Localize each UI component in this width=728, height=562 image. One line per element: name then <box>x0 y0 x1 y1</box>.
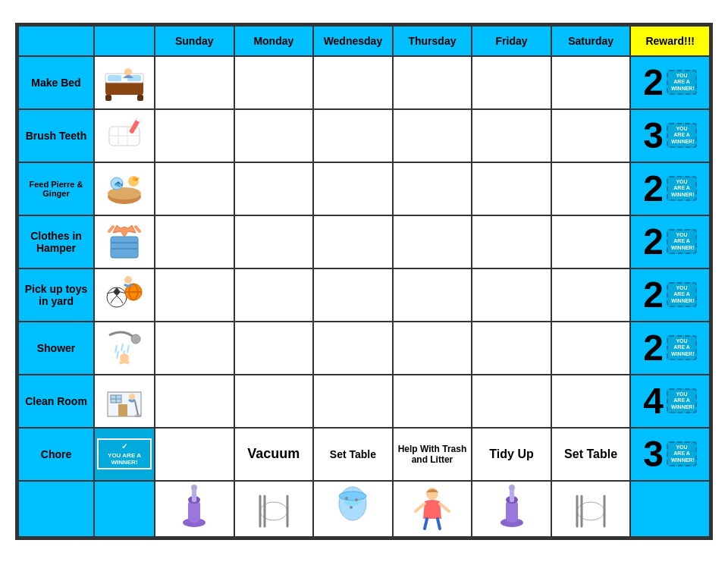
ticket-toys: YOU ARE A WINNER! <box>667 282 697 307</box>
brushteeth-friday[interactable] <box>472 109 551 162</box>
clothes-icon-cell <box>94 215 155 268</box>
svg-line-56 <box>438 519 440 529</box>
makebed-thursday[interactable] <box>393 56 472 109</box>
clothes-thursday[interactable] <box>393 215 472 268</box>
cleanroom-monday[interactable] <box>234 375 314 428</box>
ticket-cleanroom: YOU ARE A WINNER! <box>667 388 697 413</box>
svg-point-50 <box>339 491 366 501</box>
ticket-shower: YOU ARE A WINNER! <box>667 335 697 360</box>
header-saturday: Saturday <box>551 26 631 56</box>
feedpets-icon: 🐟 <box>102 165 147 210</box>
feedpets-saturday[interactable] <box>551 162 631 215</box>
makebed-wednesday[interactable] <box>313 56 393 109</box>
shower-wednesday[interactable] <box>313 322 393 375</box>
svg-line-55 <box>425 519 427 529</box>
shower-thursday[interactable] <box>393 322 472 375</box>
svg-rect-5 <box>137 95 143 101</box>
toys-friday[interactable] <box>472 268 551 322</box>
shower-reward: 2 YOU ARE A WINNER! <box>630 322 710 375</box>
brushteeth-thursday[interactable] <box>393 109 472 162</box>
svg-line-28 <box>127 345 129 353</box>
bottom-settable2-cell <box>551 481 631 537</box>
chore-ticket-cell: ✓ YOU ARE A WINNER! <box>94 428 155 481</box>
toys-icon-cell <box>94 268 155 322</box>
chore-label-chore: Chore <box>18 428 94 481</box>
svg-point-52 <box>355 498 358 501</box>
shower-friday[interactable] <box>472 322 551 375</box>
brushteeth-monday[interactable] <box>234 109 314 162</box>
chore-monday-cell: Vacuum <box>234 428 314 481</box>
toys-thursday[interactable] <box>393 268 472 322</box>
brushteeth-saturday[interactable] <box>551 109 631 162</box>
ticket-makebed: YOU ARE A WINNER! <box>667 70 697 95</box>
feedpets-thursday[interactable] <box>393 162 472 215</box>
header-sunday: Sunday <box>155 26 234 56</box>
svg-rect-2 <box>108 75 121 81</box>
clothes-saturday[interactable] <box>551 215 631 268</box>
bottom-tidyup-cell <box>393 481 472 537</box>
makebed-saturday[interactable] <box>551 56 631 109</box>
bottom-vacuum2-cell <box>472 481 551 537</box>
cleanroom-icon-cell <box>94 375 155 428</box>
ticket-feedpets: YOU ARE A WINNER! <box>667 176 697 201</box>
shower-icon-cell <box>94 322 155 375</box>
makebed-icon <box>102 58 147 104</box>
vacuum2-icon <box>489 485 535 530</box>
chore-sunday-cell <box>155 428 234 481</box>
svg-point-51 <box>345 497 348 500</box>
shower-saturday[interactable] <box>551 322 631 375</box>
toys-sunday[interactable] <box>155 268 234 322</box>
svg-point-53 <box>350 506 353 509</box>
shower-sunday[interactable] <box>155 322 234 375</box>
makebed-icon-cell <box>94 56 155 109</box>
clothes-sunday[interactable] <box>155 215 234 268</box>
clothes-monday[interactable] <box>234 215 314 268</box>
bottom-trash-cell <box>313 481 393 537</box>
makebed-friday[interactable] <box>472 56 551 109</box>
svg-rect-0 <box>105 81 143 95</box>
toys-reward: 2 YOU ARE A WINNER! <box>630 268 710 322</box>
table-row: Pick up toys in yard <box>18 268 710 322</box>
svg-rect-4 <box>105 95 111 101</box>
brushteeth-wednesday[interactable] <box>313 109 393 162</box>
bottom-icon-row <box>18 481 710 537</box>
makebed-monday[interactable] <box>234 56 314 109</box>
header-wednesday: Wednesday <box>313 26 393 56</box>
header-friday: Friday <box>472 26 551 56</box>
cleanroom-reward: 4 YOU ARE A WINNER! <box>630 375 710 428</box>
toys-icon <box>102 271 147 316</box>
brushteeth-reward: 3 YOU ARE A WINNER! <box>630 109 710 162</box>
toys-wednesday[interactable] <box>313 268 393 322</box>
feedpets-wednesday[interactable] <box>313 162 393 215</box>
vacuum-icon <box>171 485 217 530</box>
cleanroom-thursday[interactable] <box>393 375 472 428</box>
chore-chart: Sunday Monday Wednesday Thursday Friday … <box>15 23 713 540</box>
feedpets-monday[interactable] <box>234 162 314 215</box>
makebed-sunday[interactable] <box>155 56 234 109</box>
brushteeth-icon <box>102 111 147 157</box>
brushteeth-icon-cell <box>94 109 155 162</box>
chore-label-shower: Shower <box>18 322 94 375</box>
feedpets-friday[interactable] <box>472 162 551 215</box>
toys-saturday[interactable] <box>551 268 631 322</box>
clothes-friday[interactable] <box>472 215 551 268</box>
ticket-clothes: YOU ARE A WINNER! <box>667 229 697 254</box>
svg-point-6 <box>124 68 132 76</box>
bottom-icon-placeholder <box>94 481 155 537</box>
toys-monday[interactable] <box>234 268 314 322</box>
cleanroom-sunday[interactable] <box>155 375 234 428</box>
feedpets-icon-cell: 🐟 <box>94 162 155 215</box>
cleanroom-friday[interactable] <box>472 375 551 428</box>
brushteeth-sunday[interactable] <box>155 109 234 162</box>
shower-monday[interactable] <box>234 322 314 375</box>
feedpets-sunday[interactable] <box>155 162 234 215</box>
chore-thursday-cell: Help With Trash and Litter <box>393 428 472 481</box>
cleanroom-saturday[interactable] <box>551 375 631 428</box>
clothes-wednesday[interactable] <box>313 215 393 268</box>
chore-saturday-cell: Set Table <box>551 428 631 481</box>
ticket-brushteeth: YOU ARE A WINNER! <box>667 123 697 148</box>
svg-text:🐟: 🐟 <box>114 179 124 189</box>
chore-label-cleanroom: Clean Room <box>18 375 94 428</box>
cleanroom-wednesday[interactable] <box>313 375 393 428</box>
svg-point-44 <box>191 485 197 491</box>
